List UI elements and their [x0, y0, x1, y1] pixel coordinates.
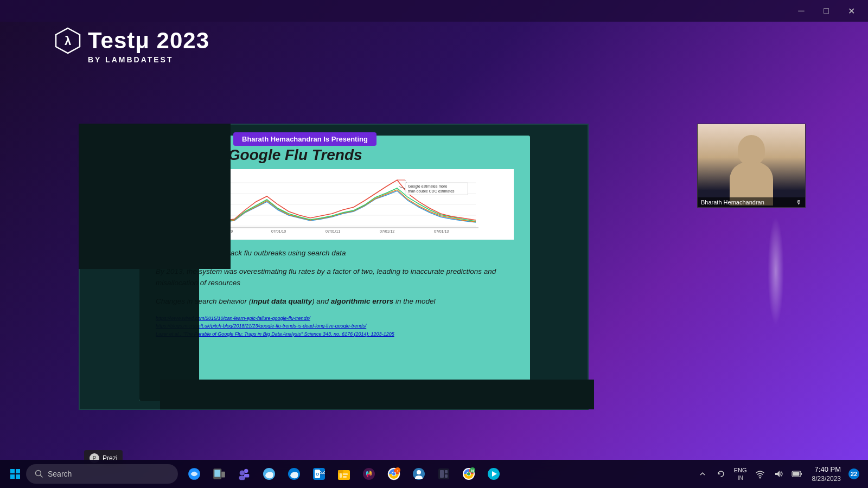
- svg-point-69: [467, 472, 470, 476]
- svg-rect-39: [244, 474, 249, 478]
- taskbar-widgets-button[interactable]: [182, 462, 206, 486]
- taskbar: Search: [0, 460, 868, 488]
- svg-line-31: [41, 476, 43, 478]
- battery-icon: [792, 470, 802, 478]
- svg-rect-28: [10, 474, 15, 479]
- lambdatest-logo-icon: λ: [54, 27, 81, 54]
- file-explorer-icon: [337, 467, 351, 481]
- taskbar-search-box[interactable]: Search: [26, 464, 178, 484]
- refresh-icon: [717, 470, 725, 478]
- svg-rect-52: [343, 473, 348, 475]
- dark-panel-left: [79, 124, 231, 269]
- svg-text:!: !: [397, 470, 398, 473]
- camera-mic-icon: 🎙: [796, 199, 802, 206]
- taskbar-app9-button[interactable]: [407, 462, 431, 486]
- svg-text:07/01/12: 07/01/12: [380, 229, 394, 233]
- system-clock[interactable]: 7:40 PM 8/23/2023: [808, 465, 845, 484]
- svg-rect-26: [10, 469, 15, 473]
- person-head: [738, 135, 765, 165]
- camera-name-text: Bharath Hemachandran: [701, 199, 794, 206]
- svg-text:O: O: [316, 472, 319, 477]
- slide-bullet-2: By 2013, the system was overestimating f…: [156, 266, 514, 288]
- taskbar-app10-button[interactable]: [432, 462, 456, 486]
- phone-link-icon: [212, 467, 226, 481]
- svg-rect-51: [340, 473, 342, 478]
- clock-date: 8/23/2023: [812, 474, 841, 484]
- tray-refresh-button[interactable]: [713, 466, 729, 481]
- clock-time: 7:40 PM: [812, 465, 841, 474]
- taskbar-chrome2-button[interactable]: N: [457, 462, 481, 486]
- search-icon: [35, 470, 43, 478]
- taskbar-teams-button[interactable]: [232, 462, 256, 486]
- media-player-icon: [487, 467, 501, 481]
- windows-logo-icon: [10, 469, 20, 479]
- svg-rect-29: [16, 474, 20, 479]
- svg-point-62: [417, 470, 421, 474]
- minimize-button[interactable]: ─: [789, 0, 814, 22]
- language-indicator[interactable]: ENG IN: [732, 466, 749, 481]
- taskbar-edge-dev-button[interactable]: [257, 462, 281, 486]
- notification-badge[interactable]: 22: [848, 468, 859, 479]
- app10-icon: [437, 467, 451, 481]
- svg-text:07/01/13: 07/01/13: [434, 229, 449, 233]
- app9-icon: [412, 467, 426, 481]
- svg-rect-65: [445, 470, 448, 473]
- tray-battery-button[interactable]: [789, 466, 805, 481]
- volume-icon: [774, 469, 783, 479]
- teams-icon: [237, 467, 251, 481]
- camera-name-badge: Bharath Hemachandran 🎙: [698, 197, 805, 207]
- system-tray: ENG IN 7:40 PM: [695, 465, 864, 484]
- maximize-button[interactable]: □: [814, 0, 839, 22]
- svg-line-25: [399, 187, 405, 189]
- svg-rect-66: [445, 474, 448, 478]
- svg-rect-64: [440, 470, 444, 478]
- svg-text:07/01/10: 07/01/10: [271, 229, 286, 233]
- edge-icon: [287, 467, 301, 481]
- chrome-notification-icon: !: [387, 467, 401, 481]
- presenter-badge: Bharath Hemachandran Is Presenting: [233, 132, 376, 146]
- taskbar-outlook-button[interactable]: O: [307, 462, 331, 486]
- close-button[interactable]: ✕: [839, 0, 864, 22]
- svg-text:λ: λ: [65, 34, 71, 48]
- svg-rect-78: [801, 473, 802, 475]
- svg-rect-77: [793, 472, 799, 476]
- taskbar-edge-button[interactable]: [282, 462, 306, 486]
- svg-text:than double CDC estimates: than double CDC estimates: [408, 189, 455, 193]
- svg-text:N: N: [471, 469, 474, 473]
- dark-panel-bottom: [160, 380, 594, 409]
- taskbar-explorer-button[interactable]: [332, 462, 356, 486]
- search-placeholder-text: Search: [48, 470, 72, 478]
- tray-volume-button[interactable]: [771, 466, 786, 481]
- svg-marker-75: [775, 471, 780, 477]
- slide-links: https://www.wired.com/2015/10/can-learn-…: [156, 314, 514, 338]
- taskbar-slack-button[interactable]: [357, 462, 381, 486]
- brand-title: Testμ 2023: [88, 28, 209, 54]
- tray-chevron-button[interactable]: [695, 466, 710, 481]
- svg-rect-35: [221, 472, 225, 478]
- slide-bullet-3: Changes in search behavior (input data q…: [156, 296, 514, 307]
- taskbar-media-player-button[interactable]: [482, 462, 506, 486]
- tray-wifi-button[interactable]: [752, 466, 768, 481]
- taskbar-app-icons: O: [182, 462, 506, 486]
- svg-point-74: [759, 477, 761, 478]
- chevron-up-icon: [699, 470, 706, 478]
- taskbar-chrome-notif-button[interactable]: !: [382, 462, 406, 486]
- svg-point-58: [392, 472, 395, 476]
- svg-rect-53: [343, 476, 347, 478]
- wifi-icon: [755, 469, 765, 479]
- svg-text:Google estimates more: Google estimates more: [408, 184, 447, 189]
- svg-point-36: [244, 469, 248, 473]
- start-button[interactable]: [4, 463, 26, 485]
- taskbar-phonelink-button[interactable]: [207, 462, 231, 486]
- svg-point-37: [240, 471, 245, 476]
- camera-person-visual: [698, 124, 805, 207]
- edge-dev-icon: [262, 467, 276, 481]
- widgets-icon: [187, 467, 201, 481]
- svg-text:07/01/11: 07/01/11: [326, 229, 340, 233]
- svg-rect-34: [214, 470, 220, 477]
- slack-icon: [362, 467, 376, 481]
- camera-feed: Bharath Hemachandran 🎙: [697, 124, 806, 208]
- titlebar: ─ □ ✕: [0, 0, 868, 22]
- svg-rect-27: [16, 469, 20, 473]
- brand-subtitle: BY LAMBDATEST: [54, 55, 173, 64]
